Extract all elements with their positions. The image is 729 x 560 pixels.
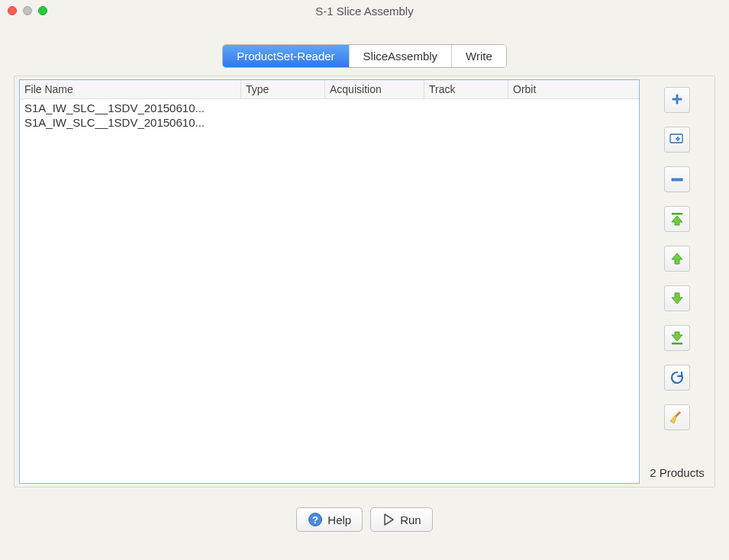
cell-acquisition xyxy=(325,101,424,115)
products-table: File Name Type Acquisition Track Orbit S… xyxy=(19,79,640,484)
help-icon: ? xyxy=(308,512,323,527)
help-button-label: Help xyxy=(327,513,351,526)
plus-icon xyxy=(670,93,684,107)
col-header-orbit[interactable]: Orbit xyxy=(508,80,639,98)
remove-button[interactable] xyxy=(664,166,690,192)
content-panel: File Name Type Acquisition Track Orbit S… xyxy=(14,76,715,488)
tabs-row: ProductSet-Reader SliceAssembly Write xyxy=(0,21,729,76)
table-header: File Name Type Acquisition Track Orbit xyxy=(20,80,639,99)
help-button[interactable]: ? Help xyxy=(296,507,363,532)
cell-type xyxy=(241,101,325,115)
cell-track xyxy=(424,115,508,130)
col-header-file-name[interactable]: File Name xyxy=(20,80,241,98)
minus-icon xyxy=(670,172,684,186)
svg-rect-2 xyxy=(672,213,682,215)
col-header-track[interactable]: Track xyxy=(424,80,508,98)
tab-productset-reader[interactable]: ProductSet-Reader xyxy=(223,45,349,67)
cell-track xyxy=(424,101,508,115)
refresh-icon xyxy=(669,370,685,385)
run-button[interactable]: Run xyxy=(370,507,433,532)
arrow-bottom-icon xyxy=(669,330,685,346)
close-window-button[interactable] xyxy=(8,6,17,15)
arrow-top-icon xyxy=(669,211,685,227)
broom-icon xyxy=(669,410,685,425)
col-header-acquisition[interactable]: Acquisition xyxy=(325,80,424,98)
refresh-button[interactable] xyxy=(664,365,690,391)
cell-file-name: S1A_IW_SLC__1SDV_20150610... xyxy=(20,115,241,130)
run-button-label: Run xyxy=(400,513,421,526)
table-row[interactable]: S1A_IW_SLC__1SDV_20150610... xyxy=(20,101,639,115)
minimize-window-button[interactable] xyxy=(23,6,32,15)
footer: ? Help Run xyxy=(0,488,729,552)
add-folder-button[interactable] xyxy=(664,127,690,153)
zoom-window-button[interactable] xyxy=(38,6,47,15)
arrow-up-icon xyxy=(669,251,685,266)
tab-slice-assembly[interactable]: SliceAssembly xyxy=(350,45,453,67)
product-count-label: 2 Products xyxy=(650,466,705,484)
svg-rect-3 xyxy=(672,343,682,345)
col-header-type[interactable]: Type xyxy=(241,80,325,98)
cell-orbit xyxy=(508,101,639,115)
add-button[interactable] xyxy=(664,87,690,113)
clear-button[interactable] xyxy=(664,404,690,430)
cell-type xyxy=(241,115,325,130)
move-up-button[interactable] xyxy=(664,246,690,272)
table-body[interactable]: S1A_IW_SLC__1SDV_20150610... S1A_IW_SLC_… xyxy=(20,99,639,483)
tab-write[interactable]: Write xyxy=(452,45,506,67)
sidebar-toolbar: 2 Products xyxy=(640,79,710,484)
cell-orbit xyxy=(508,115,639,130)
cell-file-name: S1A_IW_SLC__1SDV_20150610... xyxy=(20,101,241,115)
cell-acquisition xyxy=(325,115,424,130)
traffic-lights xyxy=(8,6,47,15)
folder-plus-icon xyxy=(669,133,685,146)
arrow-down-icon xyxy=(669,291,685,306)
titlebar: S-1 Slice Assembly xyxy=(0,0,729,21)
window-title: S-1 Slice Assembly xyxy=(0,5,729,18)
move-bottom-button[interactable] xyxy=(664,325,690,351)
svg-rect-1 xyxy=(672,179,682,181)
tabs: ProductSet-Reader SliceAssembly Write xyxy=(222,44,507,68)
table-row[interactable]: S1A_IW_SLC__1SDV_20150610... xyxy=(20,115,639,130)
move-top-button[interactable] xyxy=(664,206,690,232)
move-down-button[interactable] xyxy=(664,285,690,311)
svg-text:?: ? xyxy=(312,514,318,526)
play-icon xyxy=(382,513,395,526)
